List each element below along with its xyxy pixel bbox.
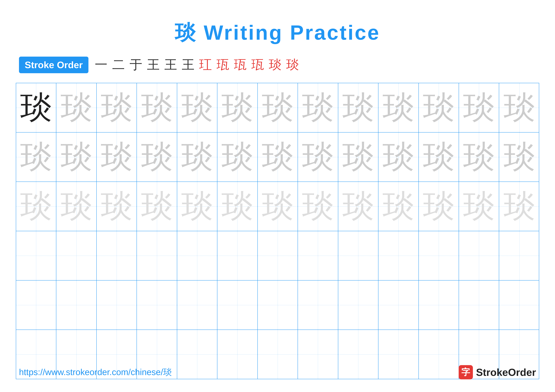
grid-cell-3-13[interactable]: 琰: [499, 182, 539, 231]
grid-cell-5-7[interactable]: [258, 280, 298, 329]
grid-cell-3-8[interactable]: 琰: [298, 182, 338, 231]
grid-cell-5-8[interactable]: [298, 280, 338, 329]
char-guide: 琰: [262, 141, 293, 173]
grid-cell-3-10[interactable]: 琰: [379, 182, 419, 231]
grid-cell-5-11[interactable]: [419, 280, 459, 329]
stroke-8: 珁: [217, 56, 229, 73]
char-guide: 琰: [342, 191, 374, 222]
char-guide: 琰: [101, 141, 132, 173]
grid-cell-4-3[interactable]: [97, 231, 137, 280]
grid-cell-5-9[interactable]: [338, 280, 379, 329]
char-guide: 琰: [181, 191, 213, 222]
stroke-3: 于: [130, 56, 142, 73]
footer-logo: 字 StrokeOrder: [459, 365, 536, 379]
grid-cell-4-12[interactable]: [459, 231, 499, 280]
grid-cell-2-12[interactable]: 琰: [459, 133, 499, 182]
grid-cell-5-1[interactable]: [16, 280, 56, 329]
grid-cell-2-8[interactable]: 琰: [298, 133, 338, 182]
grid-cell-4-8[interactable]: [298, 231, 338, 280]
char-guide: 琰: [302, 92, 334, 123]
grid-cell-5-10[interactable]: [379, 280, 419, 329]
grid-cell-4-13[interactable]: [499, 231, 539, 280]
grid-cell-1-12[interactable]: 琰: [459, 83, 499, 132]
grid-cell-2-2[interactable]: 琰: [56, 133, 96, 182]
grid-cell-1-10[interactable]: 琰: [379, 83, 419, 132]
char-guide: 琰: [221, 191, 253, 222]
grid-cell-1-4[interactable]: 琰: [137, 83, 177, 132]
grid-cell-2-5[interactable]: 琰: [177, 133, 217, 182]
grid-cell-4-6[interactable]: [217, 231, 258, 280]
stroke-7: 玒: [199, 56, 212, 73]
grid-cell-3-9[interactable]: 琰: [338, 182, 379, 231]
grid-cell-3-12[interactable]: 琰: [459, 182, 499, 231]
grid-cell-4-9[interactable]: [338, 231, 379, 280]
grid-cell-2-13[interactable]: 琰: [499, 133, 539, 182]
char-guide: 琰: [423, 141, 454, 173]
char-guide: 琰: [423, 191, 454, 222]
grid-cell-5-13[interactable]: [499, 280, 539, 329]
grid-cell-3-7[interactable]: 琰: [258, 182, 298, 231]
grid-cell-5-3[interactable]: [97, 280, 137, 329]
grid-cell-2-9[interactable]: 琰: [338, 133, 379, 182]
char-guide: 琰: [342, 141, 374, 173]
grid-cell-1-2[interactable]: 琰: [56, 83, 96, 132]
grid-cell-1-11[interactable]: 琰: [419, 83, 459, 132]
grid-cell-3-6[interactable]: 琰: [217, 182, 258, 231]
grid-cell-2-11[interactable]: 琰: [419, 133, 459, 182]
char-guide: 琰: [181, 92, 213, 123]
grid-cell-5-6[interactable]: [217, 280, 258, 329]
grid-cell-4-1[interactable]: [16, 231, 56, 280]
grid-cell-3-3[interactable]: 琰: [97, 182, 137, 231]
char-guide: 琰: [383, 141, 414, 173]
stroke-6: 王: [182, 56, 194, 73]
grid-cell-1-5[interactable]: 琰: [177, 83, 217, 132]
char-dark: 琰: [20, 92, 52, 123]
grid-cell-5-5[interactable]: [177, 280, 217, 329]
grid-cell-4-11[interactable]: [419, 231, 459, 280]
grid-cell-5-4[interactable]: [137, 280, 177, 329]
char-guide: 琰: [20, 141, 52, 173]
grid-cell-4-10[interactable]: [379, 231, 419, 280]
char-guide: 琰: [141, 141, 173, 173]
grid-cell-1-8[interactable]: 琰: [298, 83, 338, 132]
char-guide: 琰: [302, 191, 334, 222]
grid-cell-5-2[interactable]: [56, 280, 96, 329]
grid-cell-5-12[interactable]: [459, 280, 499, 329]
grid-cell-4-4[interactable]: [137, 231, 177, 280]
char-guide: 琰: [262, 191, 293, 222]
grid-cell-2-1[interactable]: 琰: [16, 133, 56, 182]
char-guide: 琰: [463, 141, 495, 173]
char-guide: 琰: [141, 191, 173, 222]
grid-cell-1-13[interactable]: 琰: [499, 83, 539, 132]
grid-cell-1-6[interactable]: 琰: [217, 83, 258, 132]
grid-cell-1-3[interactable]: 琰: [97, 83, 137, 132]
grid-cell-1-7[interactable]: 琰: [258, 83, 298, 132]
grid-cell-2-4[interactable]: 琰: [137, 133, 177, 182]
char-guide: 琰: [423, 92, 454, 123]
grid-cell-3-11[interactable]: 琰: [419, 182, 459, 231]
grid-cell-2-3[interactable]: 琰: [97, 133, 137, 182]
char-guide: 琰: [141, 92, 173, 123]
grid-cell-2-6[interactable]: 琰: [217, 133, 258, 182]
stroke-order-badge: Stroke Order: [19, 57, 88, 73]
grid-cell-3-2[interactable]: 琰: [56, 182, 96, 231]
char-guide: 琰: [504, 141, 535, 173]
stroke-9: 珁: [234, 56, 247, 73]
stroke-chars: 一 二 于 王 王 王 玒 珁 珁 珁 琰 琰: [95, 56, 299, 73]
grid-row-4: [16, 231, 539, 280]
grid-cell-3-1[interactable]: 琰: [16, 182, 56, 231]
grid-cell-4-7[interactable]: [258, 231, 298, 280]
logo-text: StrokeOrder: [476, 366, 536, 378]
stroke-12: 琰: [286, 56, 299, 73]
char-guide: 琰: [101, 92, 132, 123]
grid-cell-2-10[interactable]: 琰: [379, 133, 419, 182]
grid-cell-4-2[interactable]: [56, 231, 96, 280]
footer: https://www.strokeorder.com/chinese/琰 字 …: [19, 365, 536, 379]
grid-cell-1-9[interactable]: 琰: [338, 83, 379, 132]
grid-cell-2-7[interactable]: 琰: [258, 133, 298, 182]
grid-cell-1-1[interactable]: 琰: [16, 83, 56, 132]
logo-icon: 字: [459, 365, 473, 379]
grid-cell-4-5[interactable]: [177, 231, 217, 280]
grid-cell-3-5[interactable]: 琰: [177, 182, 217, 231]
grid-cell-3-4[interactable]: 琰: [137, 182, 177, 231]
